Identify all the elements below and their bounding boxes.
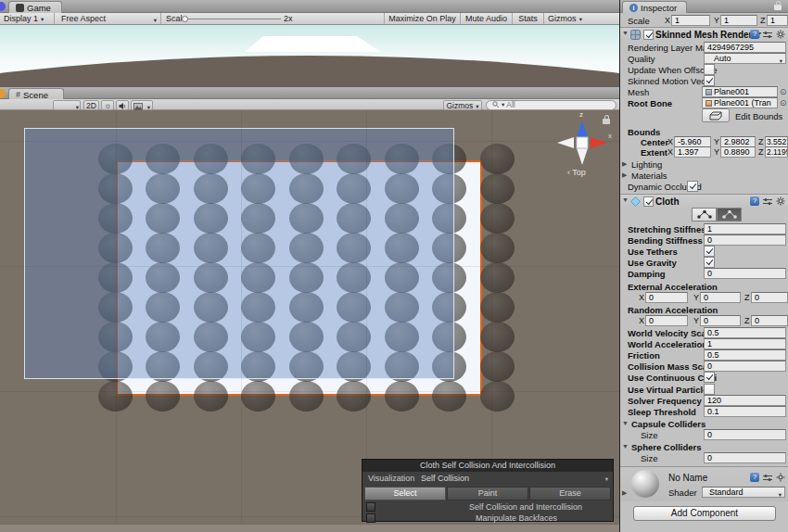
motion-vectors-checkbox[interactable]	[704, 75, 715, 86]
dynamic-occluded-checkbox[interactable]	[687, 181, 698, 192]
rand-accel-z-field[interactable]: 0	[751, 315, 788, 326]
cloth-particle[interactable]	[480, 233, 515, 263]
gear-icon[interactable]	[776, 196, 785, 206]
capsule-size-field[interactable]: 0	[704, 429, 786, 440]
tab-paint[interactable]: Paint	[447, 487, 528, 500]
foldout-closed-icon[interactable]: ▶	[622, 489, 627, 497]
gear-icon[interactable]	[776, 473, 785, 482]
root-bone-object-field[interactable]: Plane001 (Tran	[702, 97, 778, 108]
tab-select[interactable]: Select	[364, 487, 446, 500]
rendering-layer-mask-field[interactable]: 4294967295	[704, 42, 786, 53]
cloth-particle[interactable]	[98, 381, 133, 412]
preset-icon[interactable]	[763, 474, 772, 482]
use-continuous-collision-checkbox[interactable]	[704, 372, 715, 383]
cloth-particle[interactable]	[241, 381, 275, 412]
help-icon[interactable]: ?	[750, 30, 759, 39]
cloth-particle[interactable]	[146, 381, 180, 412]
visualization-dropdown[interactable]: Self Collision	[421, 474, 469, 483]
scene-lock-icon[interactable]	[603, 119, 610, 124]
object-picker-icon[interactable]: ⊙	[780, 87, 787, 96]
world-acceleration-scale-field[interactable]: 1	[704, 338, 786, 349]
help-icon[interactable]: ?	[750, 196, 759, 206]
cloth-particle[interactable]	[194, 381, 228, 412]
scale-slider-knob[interactable]	[182, 16, 188, 22]
scale-y-field[interactable]: 1	[720, 15, 757, 26]
display-dropdown[interactable]: Display 1▾	[0, 13, 55, 24]
inspector-lock-icon[interactable]	[774, 5, 782, 10]
view-orientation-label[interactable]: ‹ Top	[567, 168, 586, 177]
scene-audio-toggle[interactable]	[116, 100, 129, 110]
object-picker-icon[interactable]: ⊙	[780, 98, 787, 108]
cloth-particle[interactable]	[480, 381, 515, 412]
cloth-particle[interactable]	[385, 381, 419, 412]
game-gizmos-dropdown[interactable]: Gizmos▾	[543, 13, 586, 24]
scene-lighting-toggle[interactable]: ☼	[101, 100, 114, 110]
extent-z-field[interactable]: 2.1195	[765, 146, 788, 158]
help-icon[interactable]: ?	[750, 473, 759, 482]
rand-accel-y-field[interactable]: 0	[700, 315, 741, 326]
foldout-open-icon[interactable]: ▼	[622, 196, 629, 203]
self-collision-checkbox[interactable]	[366, 502, 375, 512]
scale-x-field[interactable]: 1	[671, 15, 710, 26]
mute-audio-button[interactable]: Mute Audio	[460, 13, 512, 24]
stretching-stiffness-field[interactable]: 1	[704, 223, 786, 234]
tab-erase[interactable]: Erase	[529, 487, 611, 500]
add-component-button[interactable]: Add Component	[633, 506, 776, 521]
quality-dropdown[interactable]: Auto▾	[704, 53, 786, 64]
manipulate-backfaces-checkbox[interactable]	[366, 513, 375, 523]
shader-dropdown[interactable]: Standard▾	[702, 487, 785, 498]
edit-self-intercollision-toggle[interactable]	[717, 208, 742, 222]
tab-inspector[interactable]: i Inspector	[622, 1, 687, 13]
world-velocity-scale-field[interactable]: 0.5	[704, 327, 786, 338]
scene-gizmos-dropdown[interactable]: Gizmos▾	[443, 100, 482, 110]
scale-z-field[interactable]: 1	[767, 15, 788, 26]
rand-accel-x-field[interactable]: 0	[645, 315, 688, 326]
ext-accel-y-field[interactable]: 0	[700, 292, 741, 303]
maximize-on-play-button[interactable]: Maximize On Play	[384, 13, 460, 24]
aspect-dropdown[interactable]: Free Aspect▾	[57, 13, 161, 24]
use-tethers-checkbox[interactable]	[704, 246, 715, 257]
damping-field[interactable]: 0	[704, 268, 786, 279]
cloth-particle[interactable]	[289, 381, 324, 412]
ext-accel-x-field[interactable]: 0	[645, 292, 688, 303]
use-gravity-checkbox[interactable]	[704, 257, 715, 268]
skinned-mesh-renderer-header[interactable]: ▼ Skinned Mesh Renderer ?	[620, 27, 788, 41]
cloth-particle[interactable]	[480, 173, 515, 204]
collision-mass-scale-field[interactable]: 0	[704, 361, 786, 372]
solver-frequency-field[interactable]: 120	[704, 395, 786, 406]
scene-effects-dropdown[interactable]: ▾	[131, 100, 153, 110]
scale-slider-track[interactable]	[188, 19, 281, 19]
preset-icon[interactable]	[763, 197, 772, 206]
update-offscreen-checkbox[interactable]	[704, 64, 715, 75]
mesh-object-field[interactable]: Plane001	[702, 86, 778, 97]
cloth-particle[interactable]	[480, 144, 515, 174]
cloth-header[interactable]: ▼ Cloth ?	[620, 194, 788, 208]
extent-x-field[interactable]: 1.397	[674, 146, 711, 158]
cloth-particle[interactable]	[480, 292, 515, 323]
scene-2d-toggle[interactable]: 2D	[83, 100, 99, 110]
cloth-particle[interactable]	[480, 322, 515, 352]
cloth-particle[interactable]	[432, 381, 466, 412]
bending-stiffness-field[interactable]: 0	[704, 234, 786, 246]
sphere-size-field[interactable]: 0	[704, 452, 786, 463]
preset-icon[interactable]	[763, 31, 772, 39]
sleep-threshold-field[interactable]: 0.1	[704, 406, 786, 417]
scene-search-input[interactable]: ▾ All	[486, 100, 616, 110]
extent-y-field[interactable]: 0.8890	[720, 146, 756, 158]
cloth-particle[interactable]	[480, 203, 515, 234]
edit-bounds-button[interactable]	[702, 108, 730, 122]
ext-accel-z-field[interactable]: 0	[751, 292, 788, 303]
smr-enabled-checkbox[interactable]	[643, 30, 654, 40]
edit-constraints-toggle[interactable]	[692, 208, 717, 222]
game-viewport[interactable]	[0, 25, 619, 86]
material-preview-sphere[interactable]	[631, 470, 659, 498]
scene-mode-dropdown[interactable]: ▾	[53, 100, 81, 110]
tab-game[interactable]: Game	[8, 1, 62, 13]
cloth-enabled-checkbox[interactable]	[643, 196, 654, 207]
gear-icon[interactable]	[776, 30, 785, 39]
use-virtual-particles-checkbox[interactable]	[704, 384, 715, 395]
foldout-open-icon[interactable]: ▼	[622, 30, 629, 36]
cloth-particle[interactable]	[480, 351, 515, 382]
stats-button[interactable]: Stats	[512, 13, 543, 24]
friction-field[interactable]: 0.5	[704, 349, 786, 361]
